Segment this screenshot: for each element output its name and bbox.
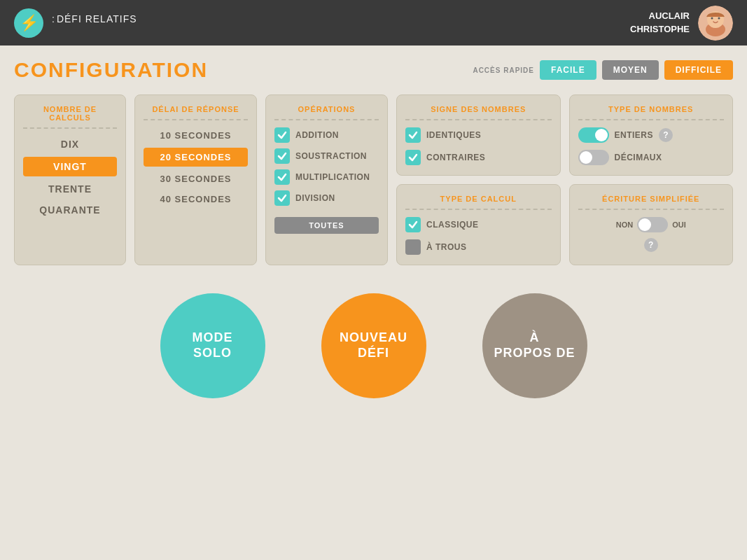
calc-option-quarante[interactable]: QUARANTE [23, 202, 117, 218]
user-name: AUCLAIR CHRISTOPHE [630, 10, 690, 35]
card-type-nombres: TYPE DE NOMBRES ENTIERS ? [569, 94, 734, 176]
op-label-addition: ADDITION [295, 130, 339, 140]
toggle-decimaux-knob [580, 151, 592, 164]
card-ecriture: ÉCRITURE SIMPLIFIÉE NON OUI ? [569, 184, 734, 265]
mode-solo-label: MODESOLO [193, 330, 233, 360]
quick-btn-moyen[interactable]: MOYEN [602, 60, 659, 80]
main: CONFIGURATION ACCÈS RAPIDE FACILE MOYEN … [0, 46, 747, 412]
svg-point-4 [718, 17, 720, 19]
type-calcul-list: CLASSIQUE À TROUS [405, 217, 552, 255]
ecriture-content: NON OUI ? [578, 217, 725, 252]
delai-options: 10 SECONDES 20 SECONDES 30 SECONDES 40 S… [144, 127, 248, 207]
bottom-circles: MODESOLO NOUVEAUDÉFI ÀPROPOS DE [14, 286, 733, 398]
a-propos-label: ÀPROPOS DE [494, 330, 575, 360]
ops-list: ADDITION SOUSTRACTION MULTIPLICATION [274, 127, 379, 234]
op-division[interactable]: DIVISION [274, 190, 379, 206]
ecriture-non-label: NON [616, 220, 633, 229]
config-title: CONFIGURATION [14, 58, 208, 82]
calcul-label-classique: CLASSIQUE [426, 220, 479, 230]
calc-option-trente[interactable]: TRENTE [23, 181, 117, 197]
ecriture-toggle-row: NON OUI [616, 217, 686, 232]
toggle-decimaux[interactable] [578, 150, 609, 165]
right-column: SIGNE DES NOMBRES IDENTIQUES [396, 94, 733, 265]
toggle-label-decimaux: DÉCIMAUX [615, 153, 662, 162]
all-operations-button[interactable]: TOUTES [274, 217, 379, 234]
app-title: :DÉFI RELATIFS [52, 13, 139, 32]
op-addition[interactable]: ADDITION [274, 127, 379, 143]
op-check-soustraction [274, 148, 290, 164]
signe-identiques[interactable]: IDENTIQUES [405, 127, 552, 143]
signe-check-contraires [405, 150, 421, 165]
bottom-right-row: TYPE DE CALCUL CLASSIQUE À TROUS [396, 184, 733, 265]
toggle-label-entiers: ENTIERS [615, 130, 654, 140]
card-type-calcul: TYPE DE CALCUL CLASSIQUE À TROUS [396, 184, 561, 265]
card-title-signe: SIGNE DES NOMBRES [405, 105, 552, 120]
signe-contraires[interactable]: CONTRAIRES [405, 150, 552, 165]
op-multiplication[interactable]: MULTIPLICATION [274, 169, 379, 185]
ecriture-oui-label: OUI [672, 220, 686, 229]
delai-30[interactable]: 30 SECONDES [144, 171, 248, 187]
header-right: AUCLAIR CHRISTOPHE [630, 6, 733, 41]
op-label-soustraction: SOUSTRACTION [295, 151, 367, 161]
calcul-classique[interactable]: CLASSIQUE [405, 217, 552, 232]
help-ecriture-icon[interactable]: ? [644, 238, 658, 252]
toggle-ecriture-knob [638, 218, 651, 231]
op-check-addition [274, 127, 290, 143]
card-signe: SIGNE DES NOMBRES IDENTIQUES [396, 94, 561, 176]
delai-10[interactable]: 10 SECONDES [144, 127, 248, 144]
lightning-icon: ⚡ [14, 8, 43, 38]
svg-point-3 [711, 17, 713, 19]
card-delai: DÉLAI DE RÉPONSE 10 SECONDES 20 SECONDES… [134, 94, 257, 265]
calcul-label-atrous: À TROUS [426, 242, 467, 252]
calcul-check-classique [405, 217, 421, 232]
top-right-row: SIGNE DES NOMBRES IDENTIQUES [396, 94, 733, 176]
delai-40[interactable]: 40 SECONDES [144, 191, 248, 207]
card-operations: OPÉRATIONS ADDITION SOUSTRACTION [265, 94, 388, 265]
a-propos-button[interactable]: ÀPROPOS DE [482, 293, 587, 398]
calcul-atrous[interactable]: À TROUS [405, 239, 552, 255]
toggle-entiers-knob [595, 129, 608, 141]
help-entiers-icon[interactable]: ? [659, 128, 673, 142]
op-check-multiplication [274, 169, 290, 185]
card-title-delai: DÉLAI DE RÉPONSE [144, 105, 248, 120]
op-label-multiplication: MULTIPLICATION [295, 172, 370, 182]
top-row: CONFIGURATION ACCÈS RAPIDE FACILE MOYEN … [14, 58, 733, 82]
quick-access-label: ACCÈS RAPIDE [473, 66, 534, 74]
toggle-entiers[interactable] [578, 127, 609, 143]
signe-label-contraires: CONTRAIRES [426, 153, 485, 162]
card-title-nombre-calculs: NOMBRE DE CALCULS [23, 105, 117, 129]
calc-option-vingt[interactable]: VINGT [23, 157, 117, 176]
card-title-ecriture: ÉCRITURE SIMPLIFIÉE [578, 195, 725, 210]
signe-list: IDENTIQUES CONTRAIRES [405, 127, 552, 165]
toggle-decimaux-row: DÉCIMAUX [578, 150, 725, 165]
avatar [698, 6, 733, 41]
header-left: ⚡ :DÉFI RELATIFS [14, 8, 139, 38]
signe-check-identiques [405, 127, 421, 143]
quick-btn-facile[interactable]: FACILE [540, 60, 596, 80]
calc-options: DIX VINGT TRENTE QUARANTE [23, 136, 117, 218]
calc-option-dix[interactable]: DIX [23, 136, 117, 153]
header: ⚡ :DÉFI RELATIFS AUCLAIR CHRISTOPHE [0, 0, 747, 46]
toggle-ecriture[interactable] [637, 217, 668, 232]
card-title-type-calcul: TYPE DE CALCUL [405, 195, 552, 210]
delai-20[interactable]: 20 SECONDES [144, 148, 248, 167]
quick-btn-difficile[interactable]: DIFFICILE [664, 60, 733, 80]
toggle-entiers-row: ENTIERS ? [578, 127, 725, 143]
op-soustraction[interactable]: SOUSTRACTION [274, 148, 379, 164]
type-nombres-list: ENTIERS ? DÉCIMAUX [578, 127, 725, 165]
mode-solo-button[interactable]: MODESOLO [160, 293, 265, 398]
card-nombre-calculs: NOMBRE DE CALCULS DIX VINGT TRENTE QUARA… [14, 94, 126, 265]
nouveau-defi-button[interactable]: NOUVEAUDÉFI [321, 293, 426, 398]
quick-access: ACCÈS RAPIDE FACILE MOYEN DIFFICILE [473, 60, 733, 80]
calcul-check-atrous [405, 239, 421, 255]
signe-label-identiques: IDENTIQUES [426, 130, 481, 140]
op-check-division [274, 190, 290, 206]
op-label-division: DIVISION [295, 193, 335, 203]
cards-row: NOMBRE DE CALCULS DIX VINGT TRENTE QUARA… [14, 94, 733, 265]
card-title-operations: OPÉRATIONS [274, 105, 379, 120]
card-title-type-nombres: TYPE DE NOMBRES [578, 105, 725, 120]
nouveau-defi-label: NOUVEAUDÉFI [340, 330, 407, 360]
